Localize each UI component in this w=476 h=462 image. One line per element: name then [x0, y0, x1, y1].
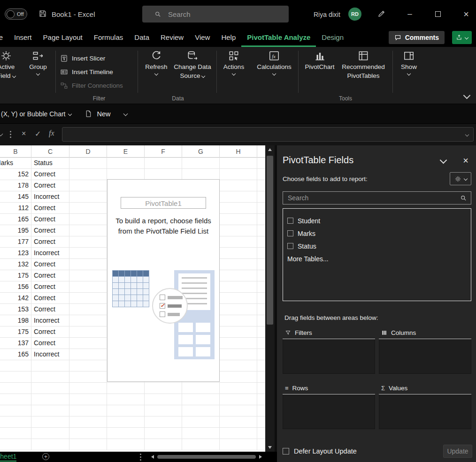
- column-header-D[interactable]: D: [69, 145, 107, 158]
- off-toggle[interactable]: Off: [5, 8, 27, 20]
- column-header-H[interactable]: H: [220, 145, 257, 158]
- draw-button[interactable]: [377, 9, 386, 18]
- expand-formula-bar-chevron[interactable]: [465, 132, 469, 136]
- cell[interactable]: [145, 439, 182, 450]
- panel-collapse-chevron[interactable]: [440, 157, 447, 164]
- cell[interactable]: 198: [0, 315, 31, 326]
- cell[interactable]: [220, 158, 257, 169]
- cell[interactable]: Correct: [31, 338, 69, 349]
- cell[interactable]: [69, 180, 107, 191]
- more-tables-link[interactable]: More Tables...: [283, 255, 471, 263]
- cell[interactable]: [107, 428, 145, 439]
- cell[interactable]: [31, 383, 69, 394]
- cell[interactable]: [220, 439, 257, 450]
- cell[interactable]: [145, 383, 182, 394]
- cell[interactable]: [0, 383, 31, 394]
- insert-function-button[interactable]: fx: [49, 129, 54, 137]
- cell[interactable]: Correct: [31, 270, 69, 281]
- cell[interactable]: [220, 281, 257, 293]
- rows-drop-zone[interactable]: [283, 394, 375, 429]
- tab-data[interactable]: Data: [129, 28, 155, 47]
- recommended-pivottables-button[interactable]: Recommended PivotTables: [339, 50, 388, 80]
- cell[interactable]: [69, 304, 107, 315]
- cell[interactable]: Incorrect: [31, 315, 69, 326]
- cell[interactable]: [69, 417, 107, 428]
- cell[interactable]: [220, 428, 257, 439]
- cell[interactable]: [220, 383, 257, 394]
- cell[interactable]: 142: [0, 293, 31, 304]
- cell[interactable]: [0, 428, 31, 439]
- cell[interactable]: [69, 248, 107, 259]
- actions-button[interactable]: Actions: [220, 50, 248, 75]
- cell[interactable]: [220, 203, 257, 214]
- name-box-chevron[interactable]: [0, 132, 3, 136]
- cell[interactable]: [0, 417, 31, 428]
- cell[interactable]: 165: [0, 214, 31, 225]
- cell[interactable]: Correct: [31, 169, 69, 180]
- collapse-ribbon-button[interactable]: [463, 92, 471, 99]
- cell[interactable]: [220, 248, 257, 259]
- maximize-button[interactable]: [430, 0, 446, 28]
- cell[interactable]: Correct: [31, 236, 69, 248]
- cell[interactable]: [220, 371, 257, 383]
- cell[interactable]: [182, 405, 220, 417]
- field-item-marks[interactable]: Marks: [283, 227, 471, 240]
- columns-drop-zone[interactable]: [379, 339, 471, 374]
- cell[interactable]: 152: [0, 169, 31, 180]
- cell[interactable]: [0, 394, 31, 405]
- cell[interactable]: [69, 236, 107, 248]
- cell[interactable]: [220, 270, 257, 281]
- cell[interactable]: [31, 439, 69, 450]
- cell[interactable]: [145, 158, 182, 169]
- cell[interactable]: [69, 349, 107, 360]
- tab-view[interactable]: View: [189, 28, 215, 47]
- cell[interactable]: 145: [0, 191, 31, 203]
- cell[interactable]: [107, 405, 145, 417]
- cell[interactable]: Correct: [31, 203, 69, 214]
- panel-close-button[interactable]: ×: [463, 156, 468, 165]
- cell[interactable]: [69, 428, 107, 439]
- cell[interactable]: [31, 371, 69, 383]
- cell[interactable]: [0, 371, 31, 383]
- cell[interactable]: [107, 417, 145, 428]
- show-button[interactable]: Show: [396, 50, 422, 75]
- cell[interactable]: Correct: [31, 180, 69, 191]
- cell[interactable]: [69, 281, 107, 293]
- cell[interactable]: [31, 405, 69, 417]
- cell[interactable]: 175: [0, 270, 31, 281]
- cell[interactable]: [69, 158, 107, 169]
- cell[interactable]: Marks: [0, 158, 31, 169]
- cell[interactable]: [220, 191, 257, 203]
- column-header-G[interactable]: G: [182, 145, 220, 158]
- cell[interactable]: [220, 236, 257, 248]
- cell[interactable]: Correct: [31, 326, 69, 338]
- tab-page-layout[interactable]: Page Layout: [38, 28, 88, 47]
- insert-timeline-button[interactable]: Insert Timeline: [60, 65, 138, 79]
- cell[interactable]: [220, 338, 257, 349]
- cell[interactable]: 123: [0, 248, 31, 259]
- cell[interactable]: 153: [0, 304, 31, 315]
- cancel-button[interactable]: ×: [22, 129, 26, 138]
- comments-button[interactable]: Comments: [389, 31, 445, 44]
- tab-review[interactable]: Review: [155, 28, 189, 47]
- calculations-button[interactable]: fx Calculations: [253, 50, 295, 75]
- minimize-button[interactable]: –: [402, 0, 418, 28]
- cell[interactable]: [69, 360, 107, 371]
- tab-home[interactable]: Home: [0, 28, 8, 47]
- scroll-down-arrow[interactable]: [268, 446, 272, 449]
- cell[interactable]: [145, 417, 182, 428]
- cell[interactable]: [182, 169, 220, 180]
- cell[interactable]: [182, 428, 220, 439]
- vertical-scrollbar-thumb[interactable]: [267, 156, 273, 325]
- cell[interactable]: [145, 394, 182, 405]
- horizontal-scrollbar-thumb[interactable]: [157, 455, 256, 459]
- update-button[interactable]: Update: [443, 445, 472, 458]
- column-header-F[interactable]: F: [145, 145, 182, 158]
- cell[interactable]: [107, 169, 145, 180]
- formula-bar-handle[interactable]: [10, 131, 11, 138]
- tab-formulas[interactable]: Formulas: [88, 28, 129, 47]
- cell[interactable]: Incorrect: [31, 248, 69, 259]
- cell[interactable]: [69, 214, 107, 225]
- field-checkbox[interactable]: [287, 230, 293, 236]
- filters-drop-zone[interactable]: [283, 339, 375, 374]
